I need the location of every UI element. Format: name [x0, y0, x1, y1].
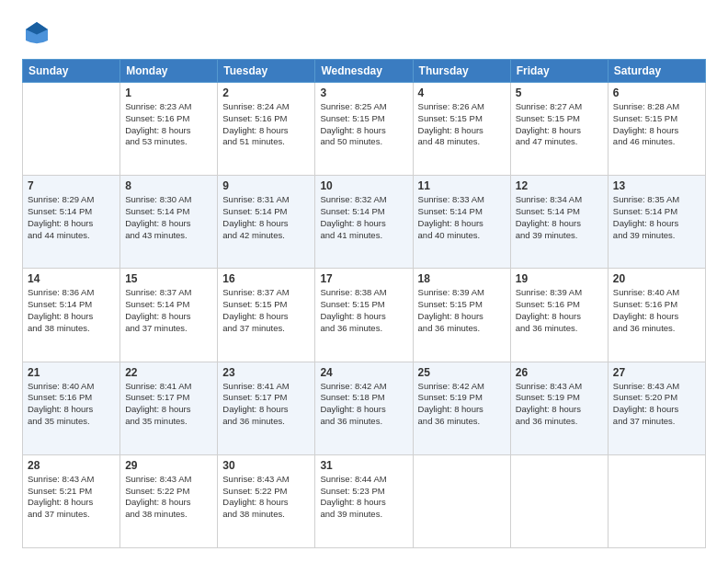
day-number: 12 — [516, 179, 603, 192]
calendar-cell: 19Sunrise: 8:39 AM Sunset: 5:16 PM Dayli… — [510, 269, 608, 362]
day-number: 15 — [125, 272, 212, 285]
calendar-cell: 17Sunrise: 8:38 AM Sunset: 5:15 PM Dayli… — [315, 269, 413, 362]
day-info: Sunrise: 8:32 AM Sunset: 5:14 PM Dayligh… — [320, 194, 407, 241]
week-row-4: 28Sunrise: 8:43 AM Sunset: 5:21 PM Dayli… — [23, 454, 706, 547]
day-info: Sunrise: 8:41 AM Sunset: 5:17 PM Dayligh… — [125, 381, 212, 428]
day-number: 28 — [28, 459, 115, 472]
day-number: 1 — [125, 86, 212, 99]
day-number: 24 — [320, 366, 407, 379]
calendar-cell — [510, 454, 608, 547]
day-info: Sunrise: 8:43 AM Sunset: 5:21 PM Dayligh… — [28, 474, 115, 521]
day-info: Sunrise: 8:43 AM Sunset: 5:22 PM Dayligh… — [222, 474, 310, 521]
calendar-cell: 27Sunrise: 8:43 AM Sunset: 5:20 PM Dayli… — [608, 362, 705, 454]
day-info: Sunrise: 8:42 AM Sunset: 5:19 PM Dayligh… — [418, 381, 506, 428]
day-info: Sunrise: 8:25 AM Sunset: 5:15 PM Dayligh… — [320, 101, 407, 148]
calendar-cell: 2Sunrise: 8:24 AM Sunset: 5:16 PM Daylig… — [218, 83, 315, 176]
calendar-cell: 28Sunrise: 8:43 AM Sunset: 5:21 PM Dayli… — [23, 454, 120, 547]
day-info: Sunrise: 8:30 AM Sunset: 5:14 PM Dayligh… — [125, 194, 212, 241]
calendar-cell: 16Sunrise: 8:37 AM Sunset: 5:15 PM Dayli… — [218, 269, 315, 362]
calendar-cell: 10Sunrise: 8:32 AM Sunset: 5:14 PM Dayli… — [315, 176, 413, 269]
col-header-tuesday: Tuesday — [218, 60, 315, 83]
calendar-cell: 12Sunrise: 8:34 AM Sunset: 5:14 PM Dayli… — [510, 176, 608, 269]
col-header-sunday: Sunday — [23, 60, 120, 83]
day-number: 14 — [28, 272, 115, 285]
day-number: 6 — [613, 86, 700, 99]
day-number: 8 — [125, 179, 212, 192]
calendar-cell: 24Sunrise: 8:42 AM Sunset: 5:18 PM Dayli… — [315, 362, 413, 454]
day-info: Sunrise: 8:26 AM Sunset: 5:15 PM Dayligh… — [418, 101, 506, 148]
day-number: 2 — [222, 86, 310, 99]
calendar-cell: 25Sunrise: 8:42 AM Sunset: 5:19 PM Dayli… — [413, 362, 510, 454]
calendar-cell: 14Sunrise: 8:36 AM Sunset: 5:14 PM Dayli… — [23, 269, 120, 362]
calendar-cell: 13Sunrise: 8:35 AM Sunset: 5:14 PM Dayli… — [608, 176, 705, 269]
calendar-cell — [608, 454, 705, 547]
calendar-cell: 4Sunrise: 8:26 AM Sunset: 5:15 PM Daylig… — [413, 83, 510, 176]
day-number: 3 — [320, 86, 407, 99]
col-header-monday: Monday — [120, 60, 218, 83]
logo-icon — [22, 18, 51, 48]
day-info: Sunrise: 8:39 AM Sunset: 5:16 PM Dayligh… — [516, 287, 603, 334]
calendar-cell: 6Sunrise: 8:28 AM Sunset: 5:15 PM Daylig… — [608, 83, 705, 176]
calendar-cell: 22Sunrise: 8:41 AM Sunset: 5:17 PM Dayli… — [120, 362, 218, 454]
day-number: 4 — [418, 86, 506, 99]
day-number: 31 — [320, 459, 407, 472]
day-info: Sunrise: 8:37 AM Sunset: 5:14 PM Dayligh… — [125, 287, 212, 334]
calendar-cell: 21Sunrise: 8:40 AM Sunset: 5:16 PM Dayli… — [23, 362, 120, 454]
calendar-cell: 23Sunrise: 8:41 AM Sunset: 5:17 PM Dayli… — [218, 362, 315, 454]
calendar-cell: 11Sunrise: 8:33 AM Sunset: 5:14 PM Dayli… — [413, 176, 510, 269]
calendar-cell: 31Sunrise: 8:44 AM Sunset: 5:23 PM Dayli… — [315, 454, 413, 547]
day-number: 29 — [125, 459, 212, 472]
col-header-saturday: Saturday — [608, 60, 705, 83]
day-info: Sunrise: 8:35 AM Sunset: 5:14 PM Dayligh… — [613, 194, 700, 241]
calendar-cell: 5Sunrise: 8:27 AM Sunset: 5:15 PM Daylig… — [510, 83, 608, 176]
day-number: 5 — [516, 86, 603, 99]
day-info: Sunrise: 8:43 AM Sunset: 5:19 PM Dayligh… — [516, 381, 603, 428]
day-info: Sunrise: 8:40 AM Sunset: 5:16 PM Dayligh… — [613, 287, 700, 334]
week-row-1: 7Sunrise: 8:29 AM Sunset: 5:14 PM Daylig… — [23, 176, 706, 269]
day-info: Sunrise: 8:36 AM Sunset: 5:14 PM Dayligh… — [28, 287, 115, 334]
day-number: 7 — [28, 179, 115, 192]
col-header-wednesday: Wednesday — [315, 60, 413, 83]
calendar-cell: 7Sunrise: 8:29 AM Sunset: 5:14 PM Daylig… — [23, 176, 120, 269]
day-info: Sunrise: 8:28 AM Sunset: 5:15 PM Dayligh… — [613, 101, 700, 148]
day-info: Sunrise: 8:31 AM Sunset: 5:14 PM Dayligh… — [222, 194, 310, 241]
day-number: 27 — [613, 366, 700, 379]
header — [22, 18, 706, 48]
day-number: 23 — [222, 366, 310, 379]
day-info: Sunrise: 8:39 AM Sunset: 5:15 PM Dayligh… — [418, 287, 506, 334]
day-info: Sunrise: 8:29 AM Sunset: 5:14 PM Dayligh… — [28, 194, 115, 241]
day-number: 13 — [613, 179, 700, 192]
calendar-cell: 29Sunrise: 8:43 AM Sunset: 5:22 PM Dayli… — [120, 454, 218, 547]
day-info: Sunrise: 8:43 AM Sunset: 5:22 PM Dayligh… — [125, 474, 212, 521]
day-info: Sunrise: 8:37 AM Sunset: 5:15 PM Dayligh… — [222, 287, 310, 334]
col-header-thursday: Thursday — [413, 60, 510, 83]
page: SundayMondayTuesdayWednesdayThursdayFrid… — [0, 0, 728, 563]
calendar-cell: 15Sunrise: 8:37 AM Sunset: 5:14 PM Dayli… — [120, 269, 218, 362]
logo — [22, 18, 55, 48]
day-info: Sunrise: 8:23 AM Sunset: 5:16 PM Dayligh… — [125, 101, 212, 148]
day-number: 16 — [222, 272, 310, 285]
day-number: 25 — [418, 366, 506, 379]
day-number: 10 — [320, 179, 407, 192]
day-info: Sunrise: 8:34 AM Sunset: 5:14 PM Dayligh… — [516, 194, 603, 241]
calendar-cell: 8Sunrise: 8:30 AM Sunset: 5:14 PM Daylig… — [120, 176, 218, 269]
calendar-header-row: SundayMondayTuesdayWednesdayThursdayFrid… — [23, 60, 706, 83]
week-row-2: 14Sunrise: 8:36 AM Sunset: 5:14 PM Dayli… — [23, 269, 706, 362]
day-number: 19 — [516, 272, 603, 285]
day-info: Sunrise: 8:42 AM Sunset: 5:18 PM Dayligh… — [320, 381, 407, 428]
day-number: 30 — [222, 459, 310, 472]
calendar-cell — [413, 454, 510, 547]
day-info: Sunrise: 8:44 AM Sunset: 5:23 PM Dayligh… — [320, 474, 407, 521]
week-row-3: 21Sunrise: 8:40 AM Sunset: 5:16 PM Dayli… — [23, 362, 706, 454]
week-row-0: 1Sunrise: 8:23 AM Sunset: 5:16 PM Daylig… — [23, 83, 706, 176]
day-number: 9 — [222, 179, 310, 192]
day-info: Sunrise: 8:41 AM Sunset: 5:17 PM Dayligh… — [222, 381, 310, 428]
calendar-cell: 30Sunrise: 8:43 AM Sunset: 5:22 PM Dayli… — [218, 454, 315, 547]
day-number: 22 — [125, 366, 212, 379]
day-number: 11 — [418, 179, 506, 192]
day-info: Sunrise: 8:43 AM Sunset: 5:20 PM Dayligh… — [613, 381, 700, 428]
day-number: 21 — [28, 366, 115, 379]
day-number: 17 — [320, 272, 407, 285]
col-header-friday: Friday — [510, 60, 608, 83]
day-info: Sunrise: 8:24 AM Sunset: 5:16 PM Dayligh… — [222, 101, 310, 148]
